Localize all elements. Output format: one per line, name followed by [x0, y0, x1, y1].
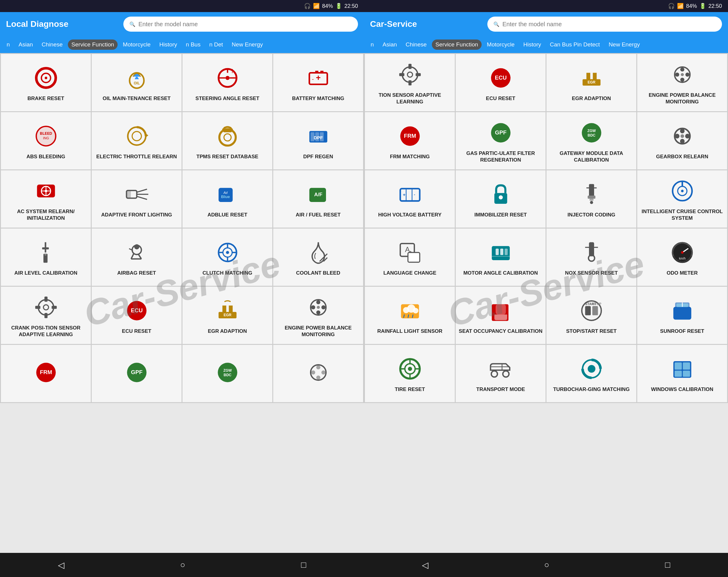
abs-bleeding[interactable]: BLEED ING ABS BLEEDING — [1, 112, 91, 169]
windows-calibration[interactable]: WINDOWS CALIBRATION — [637, 345, 727, 402]
windows-label: WINDOWS CALIBRATION — [651, 386, 713, 393]
tab-nbus[interactable]: n Bus — [182, 40, 204, 50]
svg-point-188 — [588, 365, 595, 373]
search-icon-left: 🔍 — [129, 21, 135, 27]
frm-matching[interactable]: FRM FRM MATCHING — [365, 112, 455, 169]
svg-point-53 — [134, 244, 139, 250]
svg-text:EGR: EGR — [588, 80, 595, 85]
svg-text:BDC: BDC — [588, 134, 595, 138]
nox-sensor-label: NOX SENSOR RESET — [565, 270, 618, 277]
dpf-regen[interactable]: DPF DPF REGEN — [273, 112, 363, 169]
adaptive-front-lighting[interactable]: ADAPTIVE FRONT LIGHTING — [92, 170, 182, 228]
svg-point-162 — [413, 308, 418, 314]
search-bar-right[interactable]: 🔍 — [487, 17, 722, 32]
crank-sensor-r[interactable]: TION SENSOR ADAPTIVE LEARNING — [365, 54, 455, 111]
injector-coding[interactable]: INJECTOR CODING — [546, 170, 636, 228]
tab-n[interactable]: n — [3, 40, 14, 50]
r-tab-newenergy[interactable]: New Energy — [605, 40, 644, 50]
svg-rect-103 — [593, 73, 597, 80]
tab-new-energy[interactable]: New Energy — [228, 40, 267, 50]
gpf-preview[interactable]: GPF — [92, 345, 182, 402]
svg-point-34 — [45, 190, 47, 193]
stop-start-reset[interactable]: START STOP STOP/START RESET — [546, 287, 636, 344]
tire-reset[interactable]: TIRE RESET — [365, 345, 455, 402]
svg-point-92 — [402, 67, 418, 82]
search-bar-left[interactable]: 🔍 — [123, 17, 358, 32]
r-tab-history[interactable]: History — [520, 40, 545, 50]
tab-motorcycle[interactable]: Motorcycle — [119, 40, 154, 50]
svg-rect-193 — [683, 371, 690, 377]
zgwbdc-preview[interactable]: ZGW BDC — [182, 345, 272, 402]
tab-ndet[interactable]: n Det — [206, 40, 227, 50]
gearbox-relearn[interactable]: GEARBOX RELEARN — [637, 112, 727, 169]
odometer[interactable]: km/h ODO METER — [637, 229, 727, 286]
engine-power-r[interactable]: ENGINE POWER BALANCE MONITORING — [637, 54, 727, 111]
rainfall-sensor[interactable]: RAINFALL LIGHT SENSOR — [365, 287, 455, 344]
transport-mode[interactable]: TRANSPORT MODE — [456, 345, 546, 402]
oil-maintenance-reset[interactable]: OIL OIL MAIN-TENANCE RESET — [92, 54, 182, 111]
air-level-calibration[interactable]: AIR LEVEL CALIBRATION — [1, 229, 91, 286]
immobilizer-reset[interactable]: IMMOBILIZER RESET — [456, 170, 546, 228]
svg-text:ECU: ECU — [495, 75, 506, 81]
tpms-reset[interactable]: TPMS RESET DATABASE — [182, 112, 272, 169]
r-tab-canbus[interactable]: Can Bus Pin Detect — [546, 40, 603, 50]
motor-angle-calibration[interactable]: MOTOR ANGLE CALIBRATION — [456, 229, 546, 286]
gpf-regeneration[interactable]: GPF GAS PARTIC-ULATE FILTER REGENERATION — [456, 112, 546, 169]
ac-system-label: AC SYSTEM RELEARN/ INITIALIZATION — [3, 208, 88, 221]
ecu-reset[interactable]: ECU ECU RESET — [92, 287, 182, 344]
home-button-left[interactable]: ○ — [174, 557, 191, 573]
tab-history[interactable]: History — [156, 40, 181, 50]
r-tab-moto[interactable]: Motorcycle — [483, 40, 518, 50]
air-level-label: AIR LEVEL CALIBRATION — [14, 270, 77, 277]
egr-adaption[interactable]: EGR EGR ADAPTION — [182, 287, 272, 344]
engine-power-balance[interactable]: ENGINE POWER BALANCE MONITORING — [273, 287, 363, 344]
tab-asian[interactable]: Asian — [15, 40, 37, 50]
gearbox2-preview[interactable] — [273, 345, 363, 402]
egr-adaption-r[interactable]: EGR EGR ADAPTION — [546, 54, 636, 111]
high-voltage-battery[interactable]: + - HIGH VOLTAGE BATTERY — [365, 170, 455, 228]
clutch-matching[interactable]: CLUTCH MATCHING — [182, 229, 272, 286]
home-button-right[interactable]: ○ — [538, 557, 555, 573]
gearbox-label: GEARBOX RELEARN — [656, 153, 708, 160]
tab-chinese[interactable]: Chinese — [38, 40, 66, 50]
electric-throttle-relearn[interactable]: ELECTRIC THROTTLE RELEARN — [92, 112, 182, 169]
nox-sensor-reset[interactable]: NOX SENSOR RESET — [546, 229, 636, 286]
r-tab-n[interactable]: n — [367, 40, 378, 50]
odometer-label: ODO METER — [667, 270, 698, 277]
gateway-module[interactable]: ZGW BDC GATEWAY MODULE DATA CALIBRATION — [546, 112, 636, 169]
search-input-left[interactable] — [138, 21, 352, 28]
r-tab-chinese[interactable]: Chinese — [402, 40, 430, 50]
language-change[interactable]: A T LANGUAGE CHANGE — [365, 229, 455, 286]
r-tab-service[interactable]: Service Function — [432, 40, 482, 50]
status-bar-left: 🎧 📶 84% 🔋 22:50 — [0, 0, 364, 12]
grid-left: BRAKE RESET OIL OIL MAIN-TENANCE RESET — [0, 53, 364, 553]
search-input-right[interactable] — [502, 21, 716, 28]
intelligent-cruise[interactable]: INTELLIGENT CRUISE CONTROL SYSTEM — [637, 170, 727, 228]
air-fuel-reset[interactable]: A/F AIR / FUEL RESET — [273, 170, 363, 228]
recents-button-left[interactable]: □ — [295, 557, 312, 573]
svg-point-138 — [681, 190, 684, 193]
frm-preview[interactable]: FRM — [1, 345, 91, 402]
r-tab-asian[interactable]: Asian — [379, 40, 401, 50]
back-button-left[interactable]: ◁ — [52, 557, 71, 573]
brake-reset[interactable]: BRAKE RESET — [1, 54, 91, 111]
ac-system-relearn[interactable]: AC SYSTEM RELEARN/ INITIALIZATION — [1, 170, 91, 228]
recents-button-right[interactable]: □ — [659, 557, 676, 573]
tab-service-function[interactable]: Service Function — [68, 40, 118, 50]
airbag-reset[interactable]: AIRBAG RESET — [92, 229, 182, 286]
adblue-reset[interactable]: Ad Blue ADBLUE RESET — [182, 170, 272, 228]
gpf-label: GAS PARTIC-ULATE FILTER REGENERATION — [458, 150, 543, 163]
svg-rect-131 — [588, 195, 595, 199]
steering-angle-reset[interactable]: ! STEERING ANGLE RESET — [182, 54, 272, 111]
sunroof-reset[interactable]: SUNROOF RESET — [637, 287, 727, 344]
back-button-right[interactable]: ◁ — [416, 557, 435, 573]
crank-position-sensor[interactable]: CRANK POSI-TION SENSOR ADAPTIVE LEARNING — [1, 287, 91, 344]
oil-maintenance-label: OIL MAIN-TENANCE RESET — [103, 95, 171, 102]
coolant-bleed[interactable]: COOLANT BLEED — [273, 229, 363, 286]
seat-occupancy[interactable]: SEAT OCCUPANCY CALIBRATION — [456, 287, 546, 344]
stop-start-label: STOP/START RESET — [566, 328, 617, 335]
turbocharging[interactable]: TURBOCHAR-GING MATCHING — [546, 345, 636, 402]
battery-matching[interactable]: + - BATTERY MATCHING — [273, 54, 363, 111]
ecu-reset-r[interactable]: ECU ECU RESET — [456, 54, 546, 111]
header-left: Local Diagnose 🔍 — [0, 12, 364, 36]
